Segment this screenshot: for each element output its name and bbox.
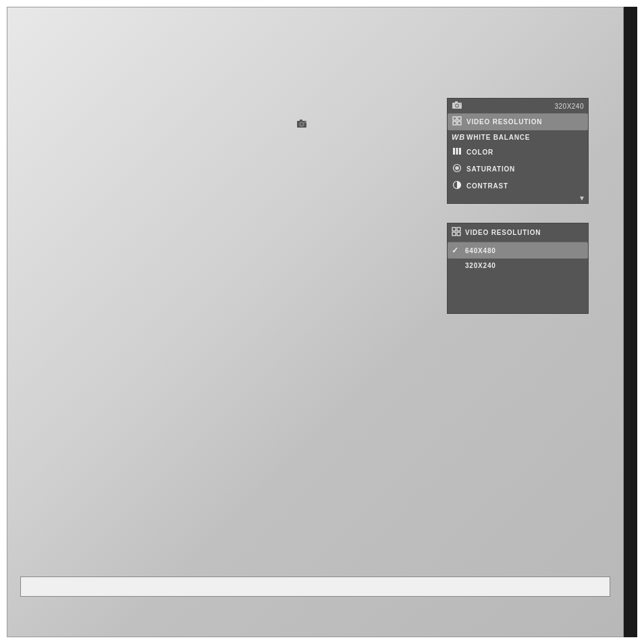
submenu-header: VIDEO RESOLUTION bbox=[448, 223, 588, 242]
svg-rect-4 bbox=[304, 122, 306, 123]
svg-rect-12 bbox=[453, 122, 456, 125]
saturation-icon bbox=[452, 163, 462, 175]
menu-item-saturation[interactable]: SATURATION bbox=[448, 161, 588, 178]
svg-rect-9 bbox=[460, 103, 461, 105]
svg-rect-15 bbox=[456, 148, 458, 155]
submenu-header-label: VIDEO RESOLUTION bbox=[465, 229, 541, 236]
svg-rect-8 bbox=[455, 101, 458, 103]
menu-item-video-resolution[interactable]: VIDEO RESOLUTION bbox=[448, 113, 588, 130]
top-menu-panel: 320X240 VIDEO RESOLUTION WB WHITE BALANC… bbox=[447, 98, 589, 204]
menu-item-contrast[interactable]: CONTRAST bbox=[448, 178, 588, 194]
svg-rect-24 bbox=[457, 232, 460, 236]
submenu-grid-icon bbox=[452, 227, 461, 238]
submenu-item-640[interactable]: ✓ 640X480 bbox=[448, 242, 588, 259]
svg-rect-13 bbox=[458, 122, 461, 125]
bottom-bar bbox=[20, 576, 610, 597]
check-icon-640: ✓ bbox=[452, 246, 461, 255]
grid-icon bbox=[452, 116, 462, 128]
svg-point-7 bbox=[456, 105, 458, 107]
camera-icon-main bbox=[295, 118, 308, 129]
wb-icon: WB bbox=[452, 133, 462, 141]
submenu-item-640-label: 640X480 bbox=[465, 247, 496, 254]
svg-rect-21 bbox=[452, 227, 456, 231]
header-resolution: 320X240 bbox=[554, 103, 584, 110]
menu-item-saturation-label: SATURATION bbox=[466, 165, 515, 173]
bars-icon bbox=[452, 146, 462, 158]
svg-rect-16 bbox=[459, 148, 461, 155]
menu-item-white-balance-label: WHITE BALANCE bbox=[466, 134, 530, 141]
svg-rect-23 bbox=[452, 232, 456, 236]
submenu-item-320-label: 320X240 bbox=[465, 262, 496, 269]
svg-rect-3 bbox=[300, 119, 302, 122]
menu-item-video-resolution-label: VIDEO RESOLUTION bbox=[466, 118, 542, 126]
menu-item-contrast-label: CONTRAST bbox=[466, 182, 508, 190]
menu-item-color-label: COLOR bbox=[466, 149, 493, 156]
svg-rect-11 bbox=[458, 117, 461, 120]
bottom-menu-panel: VIDEO RESOLUTION ✓ 640X480 320X240 bbox=[447, 223, 589, 314]
svg-rect-22 bbox=[457, 227, 460, 231]
menu-item-color[interactable]: COLOR bbox=[448, 144, 588, 161]
scroll-down-indicator: ▼ bbox=[448, 194, 588, 203]
svg-rect-14 bbox=[453, 148, 455, 155]
submenu-item-320[interactable]: 320X240 bbox=[448, 259, 588, 273]
svg-point-2 bbox=[300, 123, 303, 126]
submenu-spacer bbox=[448, 273, 588, 313]
menu-header: 320X240 bbox=[448, 99, 588, 113]
svg-rect-10 bbox=[453, 117, 456, 120]
contrast-icon bbox=[452, 180, 462, 192]
header-camera-icon bbox=[452, 101, 462, 111]
menu-item-white-balance[interactable]: WB WHITE BALANCE bbox=[448, 130, 588, 144]
right-sidebar-bar bbox=[624, 7, 637, 637]
svg-point-19 bbox=[456, 167, 458, 169]
